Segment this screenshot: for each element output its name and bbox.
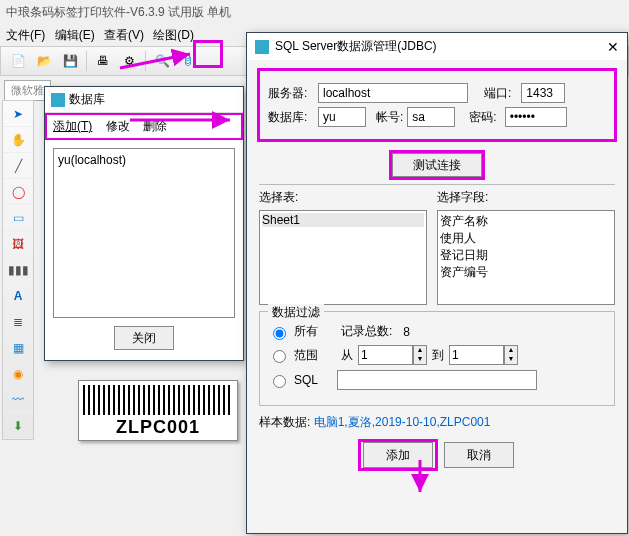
db-add-button[interactable]: 添加(T) (53, 119, 92, 133)
db-icon (51, 93, 65, 107)
acct-input[interactable] (407, 107, 455, 127)
settings-icon[interactable]: ⚙ (117, 50, 141, 72)
filter-all-label: 所有 (294, 323, 318, 340)
app-title: 中琅条码标签打印软件-V6.3.9 试用版 单机 (0, 0, 629, 25)
open-icon[interactable]: 📂 (32, 50, 56, 72)
sql-icon (255, 40, 269, 54)
database-icon[interactable]: 🛢 (176, 50, 200, 72)
port-input[interactable] (521, 83, 565, 103)
sample-row: 样本数据: 电脑1,夏洛,2019-10-10,ZLPC001 (259, 414, 615, 431)
db-list-entry[interactable]: yu(localhost) (58, 153, 230, 167)
sql-dialog: SQL Server数据源管理(JDBC) ✕ 服务器: 端口: 数据库: 帐号… (246, 32, 628, 534)
db-config-actions: 添加(T) 修改 删除 (45, 113, 243, 140)
hand-icon[interactable]: ✋ (3, 127, 33, 153)
to-label: 到 (432, 347, 444, 364)
port-label: 端口: (484, 85, 511, 102)
save-icon[interactable]: 💾 (58, 50, 82, 72)
barcode-text: ZLPC001 (79, 415, 237, 440)
sample-label: 样本数据: (259, 415, 310, 429)
filter-all-radio[interactable] (273, 327, 286, 340)
field-listbox[interactable]: 资产名称 使用人 登记日期 资产编号 (437, 210, 615, 305)
print-icon[interactable]: 🖶 (91, 50, 115, 72)
menu-file[interactable]: 文件(F) (6, 28, 45, 42)
sample-value: 电脑1,夏洛,2019-10-10,ZLPC001 (314, 415, 491, 429)
db-close-button[interactable]: 关闭 (114, 326, 174, 350)
cancel-button[interactable]: 取消 (444, 442, 514, 468)
qr-icon[interactable]: ▦ (3, 335, 33, 361)
table-listbox[interactable]: Sheet1 (259, 210, 427, 305)
field-item[interactable]: 资产名称 (440, 213, 612, 230)
filter-group: 数据过滤 所有 记录总数: 8 范围 从 ▲▼ 到 ▲▼ SQL (259, 311, 615, 406)
spinner-icon[interactable]: ▲▼ (413, 345, 427, 365)
connection-panel: 服务器: 端口: 数据库: 帐号: 密码: (257, 68, 617, 142)
pwd-label: 密码: (469, 109, 496, 126)
richtext-icon[interactable]: ≣ (3, 309, 33, 335)
menu-edit[interactable]: 编辑(E) (55, 28, 95, 42)
from-input[interactable] (358, 345, 413, 365)
sql-input[interactable] (337, 370, 537, 390)
left-toolbar: ➤ ✋ ╱ ◯ ▭ 🖼 ▮▮▮ A ≣ ▦ ◉ 〰 ⬇ (2, 100, 34, 440)
new-icon[interactable]: 📄 (6, 50, 30, 72)
db-label: 数据库: (268, 109, 318, 126)
field-item[interactable]: 登记日期 (440, 247, 612, 264)
acct-label: 帐号: (376, 109, 403, 126)
db-config-dialog: 数据库 添加(T) 修改 删除 yu(localhost) 关闭 (44, 86, 244, 361)
db-input[interactable] (318, 107, 366, 127)
zoom-icon[interactable]: 🔍 (150, 50, 174, 72)
add-button[interactable]: 添加 (363, 442, 433, 468)
shape-icon[interactable]: ◯ (3, 179, 33, 205)
menu-view[interactable]: 查看(V) (104, 28, 144, 42)
field-item[interactable]: 资产编号 (440, 264, 612, 281)
pwd-input[interactable] (505, 107, 567, 127)
barcode-preview: ZLPC001 (78, 380, 238, 441)
text-icon[interactable]: A (3, 283, 33, 309)
pointer-icon[interactable]: ➤ (3, 101, 33, 127)
field-item[interactable]: 使用人 (440, 230, 612, 247)
curve-icon[interactable]: 〰 (3, 387, 33, 413)
filter-legend: 数据过滤 (268, 304, 324, 321)
db-delete-button[interactable]: 删除 (143, 119, 167, 133)
test-connection-button[interactable]: 测试连接 (392, 153, 482, 177)
close-icon[interactable]: ✕ (607, 39, 619, 55)
db-list[interactable]: yu(localhost) (53, 148, 235, 318)
barcode-bars (83, 385, 233, 415)
circle-tool-icon[interactable]: ◉ (3, 361, 33, 387)
server-label: 服务器: (268, 85, 318, 102)
sql-title-bar: SQL Server数据源管理(JDBC) ✕ (247, 33, 627, 60)
menu-draw[interactable]: 绘图(D) (153, 28, 194, 42)
line-icon[interactable]: ╱ (3, 153, 33, 179)
filter-sql-label: SQL (294, 373, 318, 387)
table-item[interactable]: Sheet1 (262, 213, 424, 227)
db-modify-button[interactable]: 修改 (106, 119, 130, 133)
from-label: 从 (341, 347, 353, 364)
filter-range-label: 范围 (294, 347, 318, 364)
count-label: 记录总数: (341, 323, 392, 340)
rect-icon[interactable]: ▭ (3, 205, 33, 231)
to-input[interactable] (449, 345, 504, 365)
image-icon[interactable]: 🖼 (3, 231, 33, 257)
db-config-title-text: 数据库 (69, 91, 105, 108)
server-input[interactable] (318, 83, 468, 103)
sel-field-label: 选择字段: (437, 189, 615, 206)
count-value: 8 (403, 325, 410, 339)
filter-sql-radio[interactable] (273, 375, 286, 388)
db-config-title: 数据库 (45, 87, 243, 113)
filter-range-radio[interactable] (273, 350, 286, 363)
barcode-icon[interactable]: ▮▮▮ (3, 257, 33, 283)
import-icon[interactable]: ⬇ (3, 413, 33, 439)
spinner-icon[interactable]: ▲▼ (504, 345, 518, 365)
sql-title-text: SQL Server数据源管理(JDBC) (275, 38, 437, 55)
sel-table-label: 选择表: (259, 189, 437, 206)
